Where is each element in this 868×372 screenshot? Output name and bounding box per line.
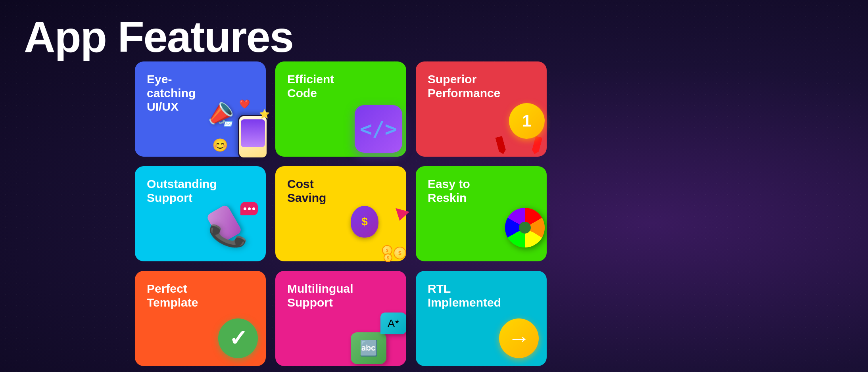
feature-label-template: Perfect Template xyxy=(147,282,206,309)
feature-card-code: Efficient Code </> xyxy=(275,61,406,157)
template-icon: ✓ xyxy=(206,307,270,370)
uiux-icon: 📣 ❤️ ⭐ 📨 😊 xyxy=(206,97,270,161)
code-icon: </> xyxy=(347,97,410,161)
feature-card-reskin: Easy to Reskin xyxy=(416,166,547,261)
feature-card-uiux: Eye-catching UI/UX 📣 ❤️ ⭐ 📨 😊 xyxy=(135,61,266,157)
code-bracket-icon: </> xyxy=(355,105,402,153)
feature-card-cost: Cost Saving $ $ $ xyxy=(275,166,406,261)
coin-1: $ xyxy=(394,247,406,259)
chat-dot-3 xyxy=(252,207,255,210)
paper-plane-icon: 📨 xyxy=(222,119,233,129)
reskin-icon xyxy=(487,202,551,265)
arrow-circle: → xyxy=(499,318,539,358)
chat-dot-1 xyxy=(244,207,246,210)
ribbon-left xyxy=(495,136,507,155)
rtl-icon: → xyxy=(487,307,551,370)
feature-label-rtl: RTL Implemented xyxy=(428,282,487,309)
chat-dot-2 xyxy=(248,207,251,210)
feature-card-rtl: RTL Implemented → xyxy=(416,271,547,366)
translate-bubble: A* xyxy=(380,313,406,334)
feature-label-reskin: Easy to Reskin xyxy=(428,177,487,205)
phone-frame xyxy=(238,115,268,159)
feature-label-multilingual: Multilingual Support xyxy=(287,282,346,309)
feature-label-performance: Superior Performance xyxy=(428,73,487,100)
page-title: App Features xyxy=(24,15,293,59)
medal-icon: 1 xyxy=(493,103,545,155)
translate-block: 🔤 xyxy=(351,332,386,364)
arrow-right-symbol: → xyxy=(508,327,530,349)
feature-card-multilingual: Multilingual Support 🔤 A* xyxy=(275,271,406,366)
color-wheel-icon xyxy=(493,208,545,259)
bag xyxy=(351,206,378,238)
emoji-icon: 😊 xyxy=(212,138,228,153)
feature-card-support: Outstanding Support 📞 xyxy=(135,166,266,261)
cost-icon: $ $ $ xyxy=(347,202,410,265)
money-bag-icon: $ $ $ xyxy=(347,202,410,265)
heart-icon: ❤️ xyxy=(239,99,250,109)
feature-label-cost: Cost Saving xyxy=(287,177,346,205)
feature-label-uiux: Eye-catching UI/UX xyxy=(147,73,206,114)
feature-label-code: Efficient Code xyxy=(287,73,346,100)
feature-label-support: Outstanding Support xyxy=(147,177,206,205)
chat-bubble xyxy=(240,202,258,215)
checkmark-icon: ✓ xyxy=(214,314,262,362)
translate-icon: 🔤 A* xyxy=(351,313,406,364)
ribbon-right xyxy=(531,136,543,155)
arrow-down-icon xyxy=(393,208,409,222)
coin-3: $ xyxy=(384,253,392,262)
wheel xyxy=(505,208,545,247)
support-icon: 📞 xyxy=(206,202,270,265)
check-symbol: ✓ xyxy=(229,327,248,349)
arrow-icon: → xyxy=(495,314,543,362)
phone-icon: 📞 xyxy=(208,204,268,263)
feature-card-template: Perfect Template ✓ xyxy=(135,271,266,366)
check-circle: ✓ xyxy=(218,318,258,358)
performance-icon: 1 xyxy=(487,97,551,161)
multilingual-icon: 🔤 A* xyxy=(347,307,410,370)
medal-circle: 1 xyxy=(509,103,545,139)
star-icon: ⭐ xyxy=(259,109,270,119)
feature-card-performance: Superior Performance 1 xyxy=(416,61,547,157)
phone-screen xyxy=(241,119,265,147)
features-grid: Eye-catching UI/UX 📣 ❤️ ⭐ 📨 😊 Efficient … xyxy=(135,61,547,366)
